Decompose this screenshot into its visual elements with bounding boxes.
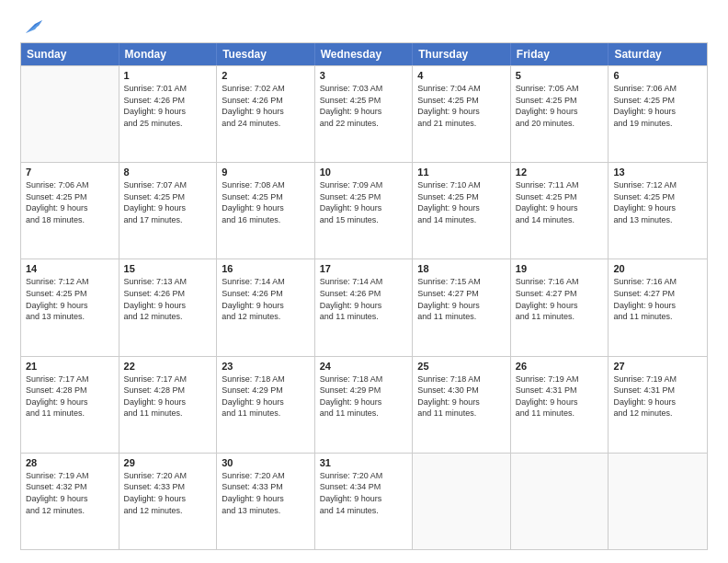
day-info: Sunrise: 7:08 AM Sunset: 4:25 PM Dayligh… xyxy=(222,179,310,225)
day-info: Sunrise: 7:06 AM Sunset: 4:25 PM Dayligh… xyxy=(26,179,114,225)
day-number: 5 xyxy=(516,70,604,81)
day-number: 28 xyxy=(26,457,114,468)
day-info: Sunrise: 7:01 AM Sunset: 4:26 PM Dayligh… xyxy=(124,83,212,129)
day-info: Sunrise: 7:07 AM Sunset: 4:25 PM Dayligh… xyxy=(124,179,212,225)
day-info: Sunrise: 7:17 AM Sunset: 4:28 PM Dayligh… xyxy=(124,373,212,419)
week-row-2: 7Sunrise: 7:06 AM Sunset: 4:25 PM Daylig… xyxy=(21,162,707,259)
day-cell-15: 15Sunrise: 7:13 AM Sunset: 4:26 PM Dayli… xyxy=(119,259,218,355)
day-info: Sunrise: 7:04 AM Sunset: 4:25 PM Dayligh… xyxy=(417,83,506,129)
day-cell-10: 10Sunrise: 7:09 AM Sunset: 4:25 PM Dayli… xyxy=(315,163,414,259)
day-number: 30 xyxy=(222,457,310,468)
day-number: 18 xyxy=(417,263,506,274)
day-cell-18: 18Sunrise: 7:15 AM Sunset: 4:27 PM Dayli… xyxy=(413,259,511,355)
day-info: Sunrise: 7:14 AM Sunset: 4:26 PM Dayligh… xyxy=(320,276,408,322)
day-cell-24: 24Sunrise: 7:18 AM Sunset: 4:29 PM Dayli… xyxy=(315,357,414,453)
day-info: Sunrise: 7:20 AM Sunset: 4:34 PM Dayligh… xyxy=(320,470,408,516)
day-number: 19 xyxy=(516,263,604,274)
day-number: 29 xyxy=(124,457,212,468)
day-number: 26 xyxy=(516,361,604,372)
header-day-sunday: Sunday xyxy=(21,43,119,65)
day-cell-11: 11Sunrise: 7:10 AM Sunset: 4:25 PM Dayli… xyxy=(413,163,511,259)
week-row-4: 21Sunrise: 7:17 AM Sunset: 4:28 PM Dayli… xyxy=(21,356,707,453)
day-number: 21 xyxy=(26,361,114,372)
calendar-body: 1Sunrise: 7:01 AM Sunset: 4:26 PM Daylig… xyxy=(21,65,707,549)
day-cell-6: 6Sunrise: 7:06 AM Sunset: 4:25 PM Daylig… xyxy=(609,66,707,162)
day-cell-30: 30Sunrise: 7:20 AM Sunset: 4:33 PM Dayli… xyxy=(217,454,315,549)
day-info: Sunrise: 7:16 AM Sunset: 4:27 PM Dayligh… xyxy=(516,276,604,322)
day-cell-4: 4Sunrise: 7:04 AM Sunset: 4:25 PM Daylig… xyxy=(413,66,511,162)
week-row-3: 14Sunrise: 7:12 AM Sunset: 4:25 PM Dayli… xyxy=(21,259,707,355)
day-number: 10 xyxy=(320,167,408,178)
day-cell-9: 9Sunrise: 7:08 AM Sunset: 4:25 PM Daylig… xyxy=(217,163,315,259)
day-cell-26: 26Sunrise: 7:19 AM Sunset: 4:31 PM Dayli… xyxy=(511,357,609,453)
week-row-5: 28Sunrise: 7:19 AM Sunset: 4:32 PM Dayli… xyxy=(21,453,707,549)
day-cell-20: 20Sunrise: 7:16 AM Sunset: 4:27 PM Dayli… xyxy=(609,259,707,355)
day-cell-28: 28Sunrise: 7:19 AM Sunset: 4:32 PM Dayli… xyxy=(21,454,119,549)
day-cell-22: 22Sunrise: 7:17 AM Sunset: 4:28 PM Dayli… xyxy=(119,357,218,453)
day-number: 12 xyxy=(516,167,604,178)
day-number: 14 xyxy=(26,263,114,274)
day-cell-3: 3Sunrise: 7:03 AM Sunset: 4:25 PM Daylig… xyxy=(315,66,414,162)
day-number: 16 xyxy=(222,263,310,274)
day-cell-empty xyxy=(609,454,707,549)
day-cell-empty xyxy=(413,454,511,549)
day-info: Sunrise: 7:02 AM Sunset: 4:26 PM Dayligh… xyxy=(222,83,310,129)
day-info: Sunrise: 7:03 AM Sunset: 4:25 PM Dayligh… xyxy=(320,83,408,129)
day-number: 20 xyxy=(613,263,702,274)
day-cell-19: 19Sunrise: 7:16 AM Sunset: 4:27 PM Dayli… xyxy=(511,259,609,355)
day-info: Sunrise: 7:18 AM Sunset: 4:29 PM Dayligh… xyxy=(320,373,408,419)
day-info: Sunrise: 7:18 AM Sunset: 4:29 PM Dayligh… xyxy=(222,373,310,419)
day-number: 15 xyxy=(124,263,212,274)
page: SundayMondayTuesdayWednesdayThursdayFrid… xyxy=(0,0,728,563)
day-info: Sunrise: 7:09 AM Sunset: 4:25 PM Dayligh… xyxy=(320,179,408,225)
logo xyxy=(20,17,42,35)
day-cell-8: 8Sunrise: 7:07 AM Sunset: 4:25 PM Daylig… xyxy=(119,163,218,259)
day-info: Sunrise: 7:17 AM Sunset: 4:28 PM Dayligh… xyxy=(26,373,114,419)
day-cell-empty xyxy=(21,66,119,162)
day-info: Sunrise: 7:12 AM Sunset: 4:25 PM Dayligh… xyxy=(26,276,114,322)
day-number: 25 xyxy=(417,361,506,372)
day-number: 24 xyxy=(320,361,408,372)
day-number: 8 xyxy=(124,167,212,178)
day-info: Sunrise: 7:20 AM Sunset: 4:33 PM Dayligh… xyxy=(222,470,310,516)
day-info: Sunrise: 7:14 AM Sunset: 4:26 PM Dayligh… xyxy=(222,276,310,322)
day-info: Sunrise: 7:20 AM Sunset: 4:33 PM Dayligh… xyxy=(124,470,212,516)
calendar-header-row: SundayMondayTuesdayWednesdayThursdayFrid… xyxy=(21,43,707,65)
day-cell-13: 13Sunrise: 7:12 AM Sunset: 4:25 PM Dayli… xyxy=(609,163,707,259)
day-cell-12: 12Sunrise: 7:11 AM Sunset: 4:25 PM Dayli… xyxy=(511,163,609,259)
day-cell-27: 27Sunrise: 7:19 AM Sunset: 4:31 PM Dayli… xyxy=(609,357,707,453)
day-number: 7 xyxy=(26,167,114,178)
day-cell-14: 14Sunrise: 7:12 AM Sunset: 4:25 PM Dayli… xyxy=(21,259,119,355)
day-cell-1: 1Sunrise: 7:01 AM Sunset: 4:26 PM Daylig… xyxy=(119,66,218,162)
day-cell-25: 25Sunrise: 7:18 AM Sunset: 4:30 PM Dayli… xyxy=(413,357,511,453)
day-info: Sunrise: 7:06 AM Sunset: 4:25 PM Dayligh… xyxy=(613,83,702,129)
day-cell-5: 5Sunrise: 7:05 AM Sunset: 4:25 PM Daylig… xyxy=(511,66,609,162)
day-number: 1 xyxy=(124,70,212,81)
day-info: Sunrise: 7:15 AM Sunset: 4:27 PM Dayligh… xyxy=(417,276,506,322)
day-number: 2 xyxy=(222,70,310,81)
logo-icon xyxy=(22,17,42,37)
day-info: Sunrise: 7:16 AM Sunset: 4:27 PM Dayligh… xyxy=(613,276,702,322)
header xyxy=(20,17,708,35)
day-number: 22 xyxy=(124,361,212,372)
header-day-thursday: Thursday xyxy=(413,43,511,65)
day-info: Sunrise: 7:12 AM Sunset: 4:25 PM Dayligh… xyxy=(613,179,702,225)
header-day-friday: Friday xyxy=(511,43,609,65)
header-day-saturday: Saturday xyxy=(609,43,707,65)
day-number: 13 xyxy=(613,167,702,178)
day-number: 11 xyxy=(417,167,506,178)
day-cell-7: 7Sunrise: 7:06 AM Sunset: 4:25 PM Daylig… xyxy=(21,163,119,259)
day-number: 4 xyxy=(417,70,506,81)
day-info: Sunrise: 7:13 AM Sunset: 4:26 PM Dayligh… xyxy=(124,276,212,322)
day-number: 6 xyxy=(613,70,702,81)
calendar: SundayMondayTuesdayWednesdayThursdayFrid… xyxy=(20,42,708,550)
day-cell-23: 23Sunrise: 7:18 AM Sunset: 4:29 PM Dayli… xyxy=(217,357,315,453)
day-number: 9 xyxy=(222,167,310,178)
day-cell-21: 21Sunrise: 7:17 AM Sunset: 4:28 PM Dayli… xyxy=(21,357,119,453)
day-info: Sunrise: 7:19 AM Sunset: 4:31 PM Dayligh… xyxy=(516,373,604,419)
header-day-monday: Monday xyxy=(119,43,218,65)
week-row-1: 1Sunrise: 7:01 AM Sunset: 4:26 PM Daylig… xyxy=(21,65,707,162)
day-info: Sunrise: 7:18 AM Sunset: 4:30 PM Dayligh… xyxy=(417,373,506,419)
day-number: 3 xyxy=(320,70,408,81)
day-cell-29: 29Sunrise: 7:20 AM Sunset: 4:33 PM Dayli… xyxy=(119,454,218,549)
